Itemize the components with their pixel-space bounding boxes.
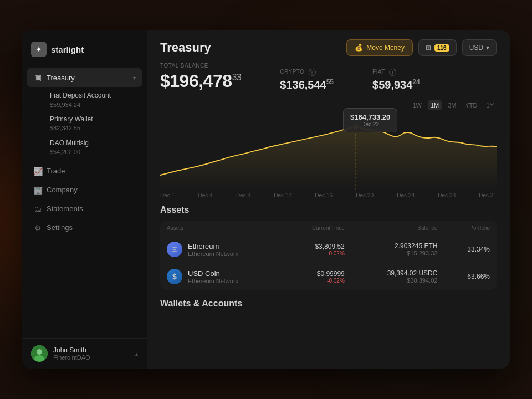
notifications-badge: 116 — [434, 44, 449, 52]
avatar — [31, 345, 48, 362]
usdc-logo: $ — [167, 269, 182, 284]
x-axis-labels: Dec 1 Dec 4 Dec 8 Dec 12 Dec 16 Dec 20 D… — [160, 190, 497, 205]
x-label-dec1: Dec 1 — [160, 192, 175, 198]
x-label-dec4: Dec 4 — [198, 192, 212, 198]
user-name: John Smith — [53, 346, 130, 354]
wallets-title: Wallets & Accounts — [160, 299, 497, 309]
usdc-price-change: -0.02% — [291, 278, 345, 284]
user-profile[interactable]: John Smith FinerointDAO ▴ — [22, 338, 147, 369]
asset-name-cell-eth: Ξ Ethereum Ethereum Network — [160, 236, 284, 263]
eth-balance-cell: 2.903245 ETH $15,293.32 — [351, 236, 444, 263]
time-btn-1y[interactable]: 1Y — [484, 100, 497, 110]
sub-account-fiat[interactable]: Fiat Deposit Account $59,934.24 — [44, 88, 142, 112]
sub-account-dao[interactable]: DAO Multisig $54,202.00 — [44, 136, 142, 160]
x-label-dec28: Dec 28 — [438, 192, 456, 198]
sidebar-item-trade[interactable]: 📈 Trade — [27, 162, 142, 181]
chart-container: $164,733.20 Dec 22 — [160, 112, 497, 190]
chart-svg — [160, 112, 497, 190]
table-row: $ USD Coin Ethereum Network $0.99999 -0.… — [160, 263, 497, 290]
sub-account-primary-value: $82,342.55 — [50, 124, 137, 132]
chevron-down-icon: ▾ — [133, 75, 136, 81]
sub-account-primary-name: Primary Wallet — [50, 115, 137, 124]
time-range-buttons: 1W 1M 3M YTD 1Y — [410, 100, 497, 110]
logo-icon: ✦ — [31, 42, 47, 57]
sidebar-item-company[interactable]: 🏢 Company — [27, 181, 142, 200]
time-btn-3m[interactable]: 3M — [445, 100, 459, 110]
user-info: John Smith FinerointDAO — [53, 346, 130, 361]
wallets-section: Wallets & Accounts — [147, 299, 510, 325]
time-btn-1w[interactable]: 1W — [410, 100, 424, 110]
assets-title: Assets — [160, 205, 497, 215]
move-money-label: Move Money — [366, 44, 405, 52]
assets-section: Assets Assets Current Price Balance Port… — [147, 205, 510, 299]
col-header-price: Current Price — [284, 221, 351, 236]
sidebar-item-treasury[interactable]: ▣ Treasury ▾ — [27, 68, 142, 87]
sidebar-item-label-settings: Settings — [47, 223, 136, 232]
sidebar-item-label-treasury: Treasury — [47, 74, 129, 82]
chevron-down-icon: ▾ — [486, 44, 489, 52]
main-header: Treasury 💰 Move Money ⊞ 116 USD ▾ — [147, 30, 510, 63]
statements-icon: 🗂 — [33, 204, 42, 213]
settings-icon: ⚙ — [33, 223, 42, 232]
sub-accounts-list: Fiat Deposit Account $59,934.24 Primary … — [27, 87, 142, 162]
logo-area: ✦ starlight — [22, 30, 147, 66]
eth-price-cell: $3,809.52 -0.02% — [284, 236, 351, 263]
nav-section: ▣ Treasury ▾ Fiat Deposit Account $59,93… — [22, 66, 147, 338]
treasury-icon: ▣ — [33, 73, 42, 82]
eth-price: $3,809.52 — [291, 243, 345, 250]
eth-price-change: -0.02% — [291, 250, 345, 257]
notifications-button[interactable]: ⊞ 116 — [418, 39, 457, 56]
col-header-assets: Assets — [160, 221, 226, 236]
sub-account-fiat-name: Fiat Deposit Account — [50, 91, 137, 100]
sidebar-item-settings[interactable]: ⚙ Settings — [27, 218, 142, 237]
currency-button[interactable]: USD ▾ — [462, 39, 497, 56]
svg-point-2 — [34, 355, 44, 362]
crypto-balance: CRYPTO i $136,54455 — [280, 69, 334, 91]
header-actions: 💰 Move Money ⊞ 116 USD ▾ — [346, 39, 497, 56]
balance-section: TOTAL BALANCE $196,47833 CRYPTO i $136,5… — [147, 63, 510, 100]
col-header-empty1 — [226, 221, 255, 236]
sidebar-item-statements[interactable]: 🗂 Statements — [27, 200, 142, 218]
app-container: ✦ starlight ▣ Treasury ▾ Fiat Deposit Ac… — [22, 30, 510, 369]
sub-account-dao-value: $54,202.00 — [50, 148, 137, 156]
sub-account-primary[interactable]: Primary Wallet $82,342.55 — [44, 112, 142, 136]
eth-network: Ethereum Network — [188, 250, 238, 257]
x-label-dec12: Dec 12 — [274, 192, 291, 198]
col-header-empty2 — [255, 221, 284, 236]
crypto-balance-value: $136,54455 — [280, 78, 334, 91]
sidebar-item-label-company: Company — [47, 186, 136, 194]
fiat-balance: FIAT i $59,93424 — [372, 69, 420, 91]
sidebar: ✦ starlight ▣ Treasury ▾ Fiat Deposit Ac… — [22, 30, 147, 369]
asset-name-cell-usdc: $ USD Coin Ethereum Network — [160, 263, 284, 290]
company-icon: 🏢 — [33, 186, 42, 195]
eth-logo: Ξ — [167, 242, 182, 257]
usdc-balance-cell: 39,394.02 USDC $38,394.02 — [351, 263, 444, 290]
chart-controls: 1W 1M 3M YTD 1Y — [160, 100, 497, 110]
page-title: Treasury — [160, 40, 211, 55]
fiat-balance-value: $59,93424 — [372, 78, 420, 91]
chevron-up-icon: ▴ — [135, 351, 138, 357]
notification-icon: ⊞ — [426, 44, 431, 52]
move-money-button[interactable]: 💰 Move Money — [346, 39, 413, 56]
usdc-portfolio: 63.66% — [444, 263, 497, 290]
chart-area: 1W 1M 3M YTD 1Y — [147, 100, 510, 205]
eth-balance-amount: 2.903245 ETH — [358, 242, 438, 250]
x-label-dec8: Dec 8 — [236, 192, 250, 198]
fiat-label: FIAT i — [372, 69, 420, 76]
svg-point-1 — [37, 349, 42, 355]
total-balance-value: $196,47833 — [160, 71, 241, 91]
col-header-balance: Balance — [351, 221, 444, 236]
assets-table: Assets Current Price Balance Portfolio Ξ — [160, 221, 497, 290]
x-label-dec31: Dec 31 — [479, 192, 497, 198]
total-balance: TOTAL BALANCE $196,47833 — [160, 63, 241, 91]
usdc-price-cell: $0.99999 -0.02% — [284, 263, 351, 290]
time-btn-1m[interactable]: 1M — [428, 100, 442, 110]
eth-name: Ethereum — [188, 242, 238, 250]
money-icon: 💰 — [355, 44, 363, 52]
crypto-info-icon: i — [309, 69, 316, 76]
sub-account-fiat-value: $59,934.24 — [50, 101, 137, 109]
table-row: Ξ Ethereum Ethereum Network $3,809.52 -0… — [160, 236, 497, 263]
trade-icon: 📈 — [33, 167, 42, 176]
currency-label: USD — [469, 44, 483, 52]
time-btn-ytd[interactable]: YTD — [463, 100, 480, 110]
